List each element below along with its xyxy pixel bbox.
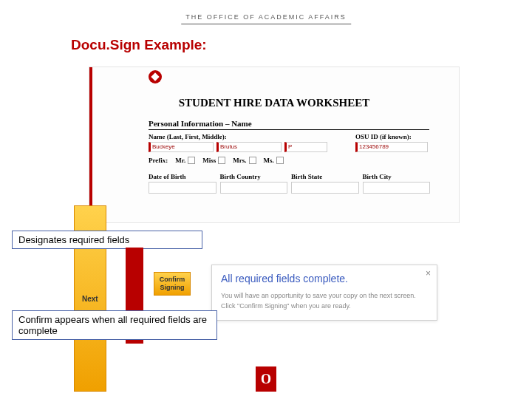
popup-title: All required fields complete. bbox=[221, 273, 428, 284]
callout-confirm-note: Confirm appears when all required fields… bbox=[12, 310, 217, 340]
prefix-text: Ms. bbox=[264, 157, 274, 164]
worksheet-panel: STUDENT HIRE DATA WORKSHEET Personal Inf… bbox=[89, 66, 460, 223]
close-icon[interactable]: × bbox=[426, 268, 431, 279]
birth-state-label: Birth State bbox=[291, 173, 358, 180]
name-label: Name (Last, First, Middle): bbox=[149, 133, 351, 140]
birth-state-field[interactable] bbox=[291, 182, 359, 194]
prefix-text: Mr. bbox=[175, 157, 185, 164]
prefix-row: Prefix: Mr. Miss Mrs. Ms. bbox=[149, 157, 429, 164]
callout-required-fields: Designates required fields bbox=[12, 231, 202, 249]
section-label: Personal Information – Name bbox=[149, 119, 429, 130]
prefix-option-miss[interactable]: Miss bbox=[202, 157, 225, 164]
personal-info-section: Personal Information – Name Name (Last, … bbox=[149, 119, 429, 194]
osu-id-field[interactable]: 123456789 bbox=[355, 142, 428, 152]
birth-country-label: Birth Country bbox=[220, 173, 287, 180]
page-title: Docu.Sign Example: bbox=[71, 37, 207, 53]
worksheet-accent-bar bbox=[89, 67, 92, 222]
prefix-text: Mrs. bbox=[233, 157, 246, 164]
checkbox-icon bbox=[249, 157, 256, 164]
checkbox-icon bbox=[188, 157, 195, 164]
birth-country-field[interactable] bbox=[220, 182, 288, 194]
worksheet-heading: STUDENT HIRE DATA WORKSHEET bbox=[89, 97, 459, 109]
prefix-text: Miss bbox=[202, 157, 216, 164]
popup-line1: You will have an opportunity to save you… bbox=[221, 292, 428, 299]
office-header: THE OFFICE OF ACADEMIC AFFAIRS bbox=[181, 13, 351, 24]
confirm-signing-button[interactable]: Confirm Signing bbox=[154, 272, 191, 296]
logo-letter: O bbox=[261, 372, 271, 387]
osu-logo-icon: O bbox=[256, 366, 276, 392]
prefix-label: Prefix: bbox=[149, 157, 168, 164]
prefix-option-mr[interactable]: Mr. bbox=[175, 157, 195, 164]
middle-name-field[interactable]: P bbox=[284, 142, 327, 152]
prefix-option-ms[interactable]: Ms. bbox=[264, 157, 284, 164]
checkbox-icon bbox=[218, 157, 225, 164]
completion-popup: × All required fields complete. You will… bbox=[211, 265, 437, 321]
last-name-field[interactable]: Buckeye bbox=[149, 142, 214, 152]
birth-city-label: Birth City bbox=[363, 173, 430, 180]
dob-field[interactable] bbox=[149, 182, 216, 194]
prefix-option-mrs[interactable]: Mrs. bbox=[233, 157, 256, 164]
dob-label: Date of Birth bbox=[149, 173, 216, 180]
birth-city-field[interactable] bbox=[363, 182, 431, 194]
popup-line2: Click "Confirm Signing" when you are rea… bbox=[221, 302, 428, 310]
osu-seal-icon bbox=[149, 70, 162, 83]
first-name-field[interactable]: Brutus bbox=[216, 142, 282, 152]
osu-id-label: OSU ID (if known): bbox=[355, 133, 429, 140]
checkbox-icon bbox=[276, 157, 284, 164]
